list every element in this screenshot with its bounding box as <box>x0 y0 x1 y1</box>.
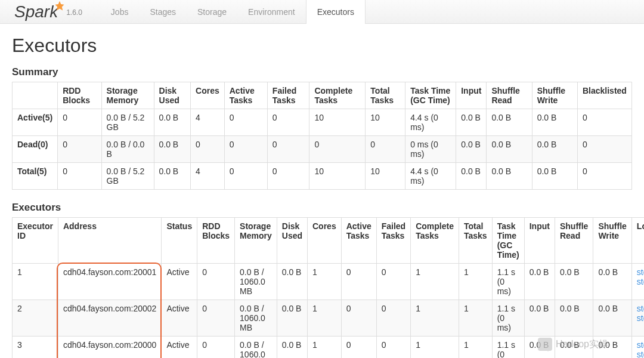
stdout-link[interactable]: stdout <box>637 267 644 277</box>
executors-cell-address: cdh04.fayson.com:20001 <box>58 264 161 300</box>
executors-cell-id: 2 <box>13 300 58 337</box>
summary-cell: 10 <box>309 163 366 190</box>
executors-cell-task_time: 1.1 s (0 ms) <box>492 300 524 337</box>
summary-cell: 4.4 s (0 ms) <box>405 163 456 190</box>
executors-cell-logs: stdoutstderr <box>631 300 644 337</box>
executors-cell-failed_tasks: 0 <box>376 300 410 337</box>
summary-col-header <box>13 82 58 109</box>
tab-executors[interactable]: Executors <box>306 0 366 24</box>
summary-cell: 0 <box>58 109 101 136</box>
executors-cell-logs: stdoutstderr <box>631 337 644 359</box>
summary-col-header: Shuffle Write <box>532 82 577 109</box>
table-row: 2cdh04.fayson.com:20002Active00.0 B / 10… <box>13 300 645 337</box>
summary-col-header: Shuffle Read <box>487 82 532 109</box>
summary-cell: 0 <box>577 109 631 136</box>
executors-col-header: Disk Used <box>277 218 307 264</box>
summary-col-header: Task Time (GC Time) <box>405 82 456 109</box>
page-title: Executors <box>12 35 632 57</box>
summary-cell: 0.0 B <box>532 109 577 136</box>
logo-text: Spark <box>14 2 58 21</box>
summary-col-header: Disk Used <box>154 82 191 109</box>
executors-cell-complete_tasks: 1 <box>411 264 459 300</box>
executors-col-header: RDD Blocks <box>197 218 235 264</box>
summary-cell: 0 <box>267 136 309 163</box>
summary-cell: 0 <box>366 136 405 163</box>
summary-cell: 0 <box>224 163 267 190</box>
table-row: 1cdh04.fayson.com:20001Active00.0 B / 10… <box>13 264 645 300</box>
executors-cell-cores: 1 <box>308 264 342 300</box>
executors-col-header: Executor ID <box>13 218 58 264</box>
summary-heading: Summary <box>12 66 632 78</box>
executors-cell-shuffle_write: 0.0 B <box>593 300 631 337</box>
executors-cell-total_tasks: 1 <box>459 337 492 359</box>
summary-cell: 0.0 B <box>532 163 577 190</box>
executors-cell-storage_memory: 0.0 B / 1060.0 MB <box>235 300 277 337</box>
tab-environment[interactable]: Environment <box>237 0 306 24</box>
summary-cell: 0 <box>58 136 101 163</box>
tab-stages[interactable]: Stages <box>139 0 187 24</box>
executors-cell-status: Active <box>162 264 197 300</box>
summary-cell: 10 <box>366 109 405 136</box>
executors-cell-active_tasks: 0 <box>341 264 376 300</box>
summary-cell: 4 <box>191 109 225 136</box>
stdout-link[interactable]: stdout <box>637 340 644 350</box>
executors-cell-input: 0.0 B <box>524 300 555 337</box>
tab-storage[interactable]: Storage <box>187 0 237 24</box>
executors-cell-cores: 1 <box>308 300 342 337</box>
executors-cell-active_tasks: 0 <box>341 300 376 337</box>
executors-cell-rdd_blocks: 0 <box>197 300 235 337</box>
summary-col-header: Cores <box>191 82 225 109</box>
executors-heading: Executors <box>12 202 632 214</box>
executors-col-header: Storage Memory <box>235 218 277 264</box>
summary-col-header: Storage Memory <box>101 82 154 109</box>
executors-cell-address: cdh04.fayson.com:20000 <box>58 337 161 359</box>
executors-cell-disk_used: 0.0 B <box>277 337 307 359</box>
summary-cell: 0.0 B <box>487 109 532 136</box>
summary-cell: 0 <box>58 163 101 190</box>
executors-cell-logs: stdoutstderr <box>631 264 644 300</box>
summary-row-label: Total(5) <box>13 163 58 190</box>
stderr-link[interactable]: stderr <box>637 313 644 323</box>
executors-col-header: Status <box>162 218 197 264</box>
stderr-link[interactable]: stderr <box>637 277 644 286</box>
summary-col-header: Blacklisted <box>577 82 631 109</box>
executors-cell-shuffle_write: 0.0 B <box>593 264 631 300</box>
executors-col-header: Shuffle Read <box>555 218 593 264</box>
table-row: Active(5)00.0 B / 5.2 GB0.0 B40010104.4 … <box>13 109 632 136</box>
executors-cell-shuffle_read: 0.0 B <box>555 300 593 337</box>
summary-cell: 10 <box>309 109 366 136</box>
spark-star-icon <box>54 0 65 16</box>
summary-cell: 0 <box>191 136 225 163</box>
stderr-link[interactable]: stderr <box>637 350 644 358</box>
executors-col-header: Complete Tasks <box>411 218 459 264</box>
summary-cell: 0 <box>267 163 309 190</box>
summary-col-header: Failed Tasks <box>267 82 309 109</box>
summary-row-label: Active(5) <box>13 109 58 136</box>
summary-col-header: Total Tasks <box>366 82 405 109</box>
executors-cell-task_time: 1.1 s (0 ms) <box>492 264 524 300</box>
executors-cell-input: 0.0 B <box>524 337 555 359</box>
table-row: 3cdh04.fayson.com:20000Active00.0 B / 10… <box>13 337 645 359</box>
summary-row-label: Dead(0) <box>13 136 58 163</box>
table-row: Total(5)00.0 B / 5.2 GB0.0 B40010104.4 s… <box>13 163 632 190</box>
executors-cell-disk_used: 0.0 B <box>277 300 307 337</box>
executors-col-header: Address <box>58 218 161 264</box>
summary-cell: 0 <box>224 109 267 136</box>
summary-cell: 0.0 B <box>154 109 191 136</box>
executors-cell-address: cdh04.fayson.com:20002 <box>58 300 161 337</box>
spark-logo[interactable]: Spark 1.6.0 <box>14 2 82 21</box>
executors-col-header: Cores <box>308 218 342 264</box>
summary-cell: 0.0 B <box>487 136 532 163</box>
summary-col-header: RDD Blocks <box>58 82 101 109</box>
executors-col-header: Total Tasks <box>459 218 492 264</box>
executors-col-header: Logs <box>631 218 644 264</box>
summary-col-header: Complete Tasks <box>309 82 366 109</box>
stdout-link[interactable]: stdout <box>637 304 644 313</box>
logo-version: 1.6.0 <box>66 8 82 17</box>
executors-cell-total_tasks: 1 <box>459 300 492 337</box>
summary-cell: 0.0 B <box>487 163 532 190</box>
tab-jobs[interactable]: Jobs <box>100 0 140 24</box>
summary-cell: 0 <box>224 136 267 163</box>
executors-cell-rdd_blocks: 0 <box>197 264 235 300</box>
executors-cell-shuffle_write: 0.0 B <box>593 337 631 359</box>
